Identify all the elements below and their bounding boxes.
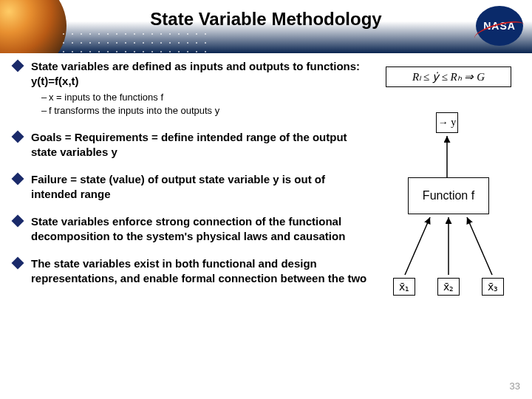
bullet-text: Goals = Requirements = define intended r… — [31, 130, 368, 159]
y-label: → y — [438, 117, 457, 129]
bullet-text: Failure = state (value) of output state … — [31, 172, 368, 201]
bullet-text: State variables are defined as inputs an… — [31, 59, 368, 88]
stars-graphic — [59, 30, 207, 53]
svg-line-1 — [405, 217, 430, 275]
function-diagram: Rₗ ≤ ẏ ≤ Rₕ ⇒ G → y Function f x̄₁ x̄₂ x… — [378, 66, 519, 303]
function-box: Function f — [408, 177, 489, 214]
x2-input-box: x̄₂ — [437, 278, 460, 296]
bullet-item: Failure = state (value) of output state … — [13, 172, 368, 201]
x3-input-box: x̄₃ — [482, 278, 504, 296]
sub-bullet-item: x = inputs to the functions f — [41, 91, 368, 104]
svg-line-3 — [467, 217, 492, 275]
diamond-bullet-icon — [12, 60, 24, 72]
x1-label: x̄₁ — [399, 281, 409, 293]
bullet-item: State variables enforce strong connectio… — [13, 214, 368, 243]
slide-header: State Variable Methodology NASA — [0, 0, 532, 53]
diamond-bullet-icon — [12, 215, 24, 228]
sub-bullet-item: f transforms the inputs into the outputs… — [41, 104, 368, 117]
diamond-bullet-icon — [12, 131, 24, 143]
constraint-equation: Rₗ ≤ ẏ ≤ Rₕ ⇒ G — [412, 70, 485, 83]
y-output-box: → y — [436, 112, 458, 133]
x2-label: x̄₂ — [443, 281, 454, 293]
bullet-item: The state variables exist in both functi… — [13, 256, 368, 285]
page-number: 33 — [510, 381, 520, 392]
nasa-logo: NASA — [476, 6, 523, 46]
x3-label: x̄₃ — [488, 281, 498, 293]
constraint-box: Rₗ ≤ ẏ ≤ Rₕ ⇒ G — [386, 66, 511, 87]
diamond-bullet-icon — [12, 173, 24, 185]
function-label: Function f — [423, 189, 474, 202]
slide-title: State Variable Methodology — [0, 9, 532, 30]
nasa-logo-text: NASA — [483, 20, 516, 32]
bullet-item: Goals = Requirements = define intended r… — [13, 130, 368, 159]
bullet-content: State variables are defined as inputs an… — [13, 59, 368, 299]
diamond-bullet-icon — [12, 257, 24, 270]
bullet-text: The state variables exist in both functi… — [31, 256, 368, 285]
bullet-item: State variables are defined as inputs an… — [13, 59, 368, 117]
sub-bullet-list: x = inputs to the functions f f transfor… — [31, 91, 368, 117]
x1-input-box: x̄₁ — [393, 278, 415, 296]
bullet-text: State variables enforce strong connectio… — [31, 214, 368, 243]
